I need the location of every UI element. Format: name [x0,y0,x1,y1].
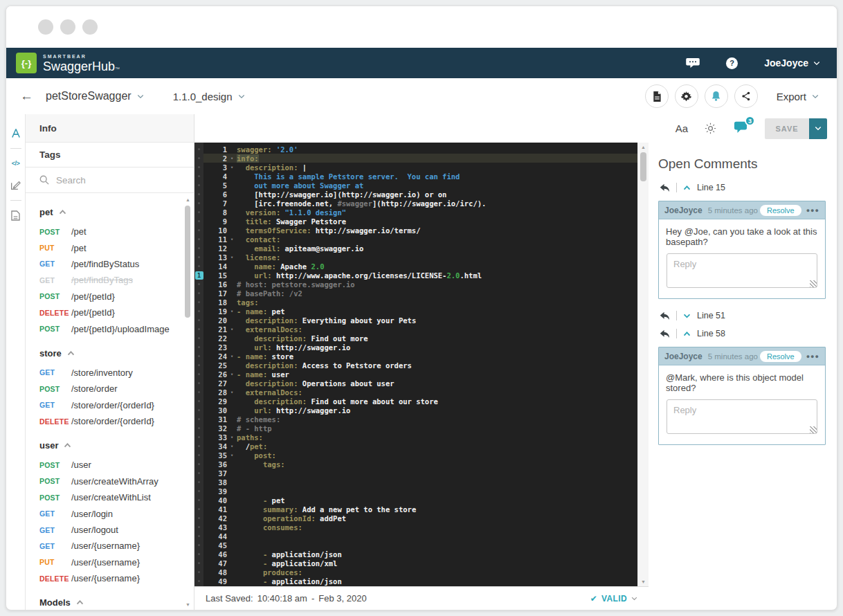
gutter-comment-marker[interactable] [194,220,203,222]
gutter-comment-marker[interactable] [194,310,203,312]
code-line[interactable]: 32# - http [194,424,637,433]
comment-line-ref[interactable]: Line 15 [660,183,826,192]
code-line[interactable]: 26▾- name: user [194,370,637,379]
gutter-comment-marker[interactable] [194,427,203,429]
operation-item[interactable]: DELETE/pet/{petId} [26,305,194,320]
editor-scrollbar[interactable]: ▲ ▼ [637,143,649,586]
gutter-comment-marker[interactable] [194,553,203,555]
reply-input[interactable] [667,399,817,434]
code-line[interactable]: 34▾ /pet: [194,442,637,451]
fold-caret-icon[interactable]: ▾ [227,372,237,377]
code-line[interactable]: 11▾ contact: [194,235,637,244]
code-line[interactable]: 38 [194,478,637,487]
code-line[interactable]: 43 consumes: [194,523,637,532]
gutter-comment-marker[interactable] [194,562,203,564]
yaml-editor[interactable]: 1swagger: '2.0'2▾info:3▾ description: |4… [194,143,637,586]
window-control-dot[interactable] [60,19,75,35]
gutter-comment-marker[interactable] [194,247,203,249]
operation-item[interactable]: POST/pet/{petId} [26,289,194,305]
comment-line-ref[interactable]: Line 58 [660,329,826,338]
operation-item[interactable]: POST/pet [26,224,194,239]
scroll-down-arrow[interactable]: ▼ [638,579,649,584]
docs-icon[interactable] [8,208,24,223]
operation-item[interactable]: GET/store/inventory [26,365,194,381]
code-line[interactable]: 25 description: Access to Petstore order… [194,361,637,370]
tag-section-header[interactable]: user [26,440,194,451]
gutter-comment-marker[interactable] [194,409,203,411]
gutter-comment-marker[interactable] [194,382,203,384]
back-button[interactable]: ← [20,89,33,104]
gutter-comment-marker[interactable] [194,202,203,204]
fold-caret-icon[interactable]: ▾ [227,444,237,449]
fold-caret-icon[interactable]: ▾ [227,165,237,170]
code-line[interactable]: 30 url: http://swagger.io [194,406,637,415]
fold-caret-icon[interactable]: ▾ [227,255,237,260]
share-button[interactable] [734,84,758,108]
gutter-comment-marker[interactable] [194,256,203,258]
gutter-comment-marker[interactable] [194,157,203,159]
gutter-comment-marker[interactable] [194,400,203,402]
code-line[interactable]: 27 description: Operations about user [194,379,637,388]
version-dropdown[interactable]: 1.1.0_design [173,91,245,102]
gutter-comment-marker[interactable] [194,229,203,231]
gutter-comment-marker[interactable] [194,148,203,150]
code-line[interactable]: 14 name: Apache 2.0 [194,262,637,271]
code-line[interactable]: 31# schemes: [194,415,637,424]
gutter-comment-marker[interactable] [194,499,203,501]
gutter-comment-marker[interactable] [194,490,203,492]
operation-item[interactable]: POST/store/order [26,381,194,397]
user-menu[interactable]: JoeJoyce [764,57,820,69]
code-line[interactable]: 21▾ externalDocs: [194,325,637,334]
gutter-comment-marker[interactable] [194,526,203,528]
gutter-comment-marker[interactable] [194,373,203,375]
code-line[interactable]: 1swagger: '2.0' [194,145,637,154]
code-line[interactable]: 33▾paths: [194,433,637,442]
code-line[interactable]: 5 out more about Swagger at [194,181,637,190]
tag-section-header[interactable]: pet [26,207,194,217]
gutter-comment-marker[interactable] [194,166,203,168]
code-line[interactable]: 37 [194,469,637,478]
code-line[interactable]: 48 produces: [194,568,637,577]
comment-count-badge[interactable]: 1 [195,271,203,280]
font-size-toggle[interactable]: Aa [676,123,688,134]
gutter-comment-marker[interactable] [194,364,203,366]
resolve-button[interactable]: Resolve [760,351,801,362]
gutter-comment-marker[interactable] [194,535,203,537]
code-line[interactable]: 42 operationId: addPet [194,514,637,523]
code-line[interactable]: 49 - application/json [194,577,637,586]
code-line[interactable]: 19▾- name: pet [194,307,637,316]
operation-item[interactable]: POST/user [26,457,194,473]
gutter-comment-marker[interactable] [194,211,203,213]
fold-caret-icon[interactable]: ▾ [227,453,237,458]
models-section-header[interactable]: Models [26,597,194,608]
gutter-comment-marker[interactable] [194,175,203,177]
gutter-comment-marker[interactable] [194,193,203,195]
window-control-dot[interactable] [38,19,53,35]
sidebar-scrollbar[interactable]: ▲ ▼ [183,194,193,610]
gutter-comment-marker[interactable] [194,292,203,294]
save-options-button[interactable] [809,118,827,139]
scroll-down-arrow[interactable]: ▼ [183,602,193,607]
search-input[interactable] [56,175,160,185]
fold-caret-icon[interactable]: ▾ [227,309,237,314]
code-view-icon[interactable]: </> [8,156,24,171]
code-line[interactable]: 45 [194,541,637,550]
resolve-button[interactable]: Resolve [760,205,801,216]
operation-item[interactable]: PUT/pet [26,239,194,255]
operation-item[interactable]: PUT/user/{username} [26,554,194,570]
gutter-comment-marker[interactable] [194,445,203,447]
scroll-up-arrow[interactable]: ▲ [183,197,193,202]
code-line[interactable]: 8 version: "1.1.0_design" [194,208,637,217]
code-line[interactable]: 17# basePath: /v2 [194,289,637,298]
gutter-comment-marker[interactable] [194,508,203,510]
scrollbar-thumb[interactable] [185,206,190,318]
code-line[interactable]: 46 - application/json [194,550,637,559]
gutter-comment-marker[interactable] [194,436,203,438]
operation-item[interactable]: GET/store/order/{orderId} [26,397,194,413]
code-line[interactable]: 22 description: Find out more [194,334,637,343]
code-line[interactable]: 115 url: http://www.apache.org/licenses/… [194,271,637,280]
api-designer-icon[interactable] [8,125,24,141]
validation-status[interactable]: ✔ VALID [590,594,637,604]
operation-item[interactable]: DELETE/store/order/{orderId} [26,413,194,429]
gutter-comment-marker[interactable]: 1 [194,271,203,280]
